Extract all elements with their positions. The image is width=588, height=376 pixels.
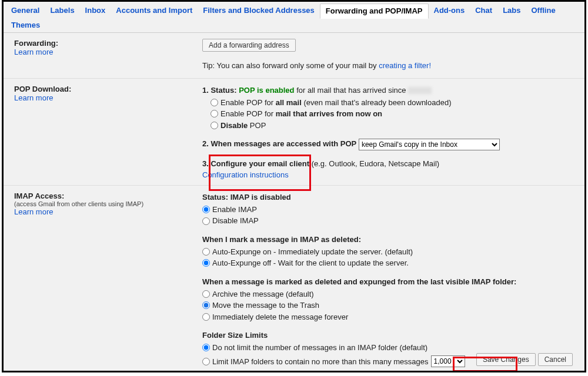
- pop-radio-all[interactable]: [211, 99, 218, 106]
- imap-limit-select[interactable]: 1,000: [431, 355, 465, 367]
- pop-radio-disable[interactable]: [211, 122, 218, 129]
- imap-radio-expunge-on[interactable]: [202, 248, 210, 256]
- imap-heading: IMAP Access:: [14, 192, 202, 200]
- tab-inbox[interactable]: Inbox: [80, 4, 111, 18]
- tab-labels[interactable]: Labels: [45, 4, 79, 18]
- pop-step3-examples: (e.g. Outlook, Eudora, Netscape Mail): [309, 159, 439, 168]
- pop-heading: POP Download:: [14, 85, 202, 93]
- imap-expunge-off-label: Auto-Expunge off - Wait for the client t…: [212, 257, 409, 269]
- pop-status-line: 1. Status: POP is enabled for all mail t…: [202, 85, 574, 96]
- pop-opt-disable: Disable POP: [220, 120, 266, 132]
- pop-status-prefix: 1. Status:: [202, 86, 239, 95]
- imap-radio-expunge-off[interactable]: [202, 259, 210, 267]
- imap-folder-heading: Folder Size Limits: [202, 330, 574, 341]
- imap-status-prefix: Status:: [202, 193, 230, 202]
- pop-status-suffix: for all mail that has arrived since: [295, 86, 409, 95]
- imap-delete-label: Immediately delete the message forever: [212, 311, 348, 323]
- imap-learn-more[interactable]: Learn more: [14, 207, 53, 216]
- pop-step3-line: 3. Configure your email client (e.g. Out…: [202, 159, 574, 170]
- tab-offline[interactable]: Offline: [526, 4, 560, 18]
- section-forwarding: Forwarding: Learn more Add a forwarding …: [4, 33, 584, 79]
- tab-forwarding[interactable]: Forwarding and POP/IMAP: [320, 4, 429, 19]
- pop-status-value: POP is enabled: [239, 86, 294, 95]
- tab-chat[interactable]: Chat: [470, 4, 497, 18]
- pop-keep-select[interactable]: keep Gmail's copy in the Inbox: [359, 139, 500, 150]
- section-pop: POP Download: Learn more 1. Status: POP …: [4, 79, 584, 186]
- imap-disable-label: Disable IMAP: [212, 215, 259, 227]
- forwarding-heading: Forwarding:: [14, 39, 202, 48]
- tab-general[interactable]: General: [6, 4, 45, 18]
- imap-enable-label: Enable IMAP: [212, 204, 257, 216]
- imap-archive-label: Archive the message (default): [212, 288, 314, 300]
- imap-radio-trash[interactable]: [202, 301, 210, 309]
- tab-filters[interactable]: Filters and Blocked Addresses: [198, 4, 320, 18]
- imap-sub: (access Gmail from other clients using I…: [14, 200, 202, 207]
- pop-radio-now[interactable]: [211, 110, 218, 118]
- pop-status-date-redacted: [408, 87, 432, 94]
- imap-radio-archive[interactable]: [202, 290, 210, 298]
- imap-radio-disable[interactable]: [202, 217, 210, 225]
- forwarding-tip-text: Tip: You can also forward only some of y…: [202, 61, 379, 70]
- add-forwarding-button[interactable]: Add a forwarding address: [202, 39, 296, 52]
- tab-themes[interactable]: Themes: [6, 18, 45, 32]
- pop-opt-all: Enable POP for all mail (even mail that'…: [220, 97, 452, 109]
- imap-radio-nolimit[interactable]: [202, 344, 210, 351]
- imap-delete-heading: When I mark a message in IMAP as deleted…: [202, 234, 574, 246]
- imap-trash-label: Move the message to the Trash: [212, 300, 319, 311]
- imap-limit-label: Limit IMAP folders to contain no more th…: [212, 356, 429, 368]
- settings-page: General Labels Inbox Accounts and Import…: [2, 0, 586, 372]
- pop-step3-prefix: 3. Configure your email client: [202, 159, 309, 168]
- footer-actions: Save Changes Cancel: [476, 353, 573, 366]
- forwarding-learn-more[interactable]: Learn more: [14, 48, 53, 56]
- tab-labs[interactable]: Labs: [497, 4, 526, 18]
- settings-tabs: General Labels Inbox Accounts and Import…: [4, 2, 584, 33]
- save-changes-button[interactable]: Save Changes: [476, 353, 536, 366]
- pop-step2: 2. When messages are accessed with POP: [202, 140, 356, 149]
- pop-opt-now: Enable POP for mail that arrives from no…: [220, 108, 382, 120]
- imap-nolimit-label: Do not limit the number of messages in a…: [212, 342, 427, 354]
- imap-status-value: IMAP is disabled: [230, 193, 291, 202]
- imap-expunge-on-label: Auto-Expunge on - Immediately update the…: [212, 246, 413, 258]
- tab-addons[interactable]: Add-ons: [429, 4, 470, 18]
- imap-expunge-heading: When a message is marked as deleted and …: [202, 277, 574, 288]
- cancel-button[interactable]: Cancel: [538, 353, 573, 366]
- imap-radio-enable[interactable]: [202, 206, 210, 213]
- pop-learn-more[interactable]: Learn more: [14, 93, 53, 102]
- create-filter-link[interactable]: creating a filter!: [379, 61, 431, 70]
- imap-status-line: Status: IMAP is disabled: [202, 192, 574, 203]
- tab-accounts[interactable]: Accounts and Import: [111, 4, 198, 18]
- imap-radio-delete[interactable]: [202, 313, 210, 321]
- section-imap: IMAP Access: (access Gmail from other cl…: [4, 186, 584, 372]
- imap-radio-limit[interactable]: [202, 358, 210, 365]
- pop-config-link[interactable]: Configuration instructions: [202, 170, 289, 179]
- forwarding-tip: Tip: You can also forward only some of y…: [202, 61, 574, 72]
